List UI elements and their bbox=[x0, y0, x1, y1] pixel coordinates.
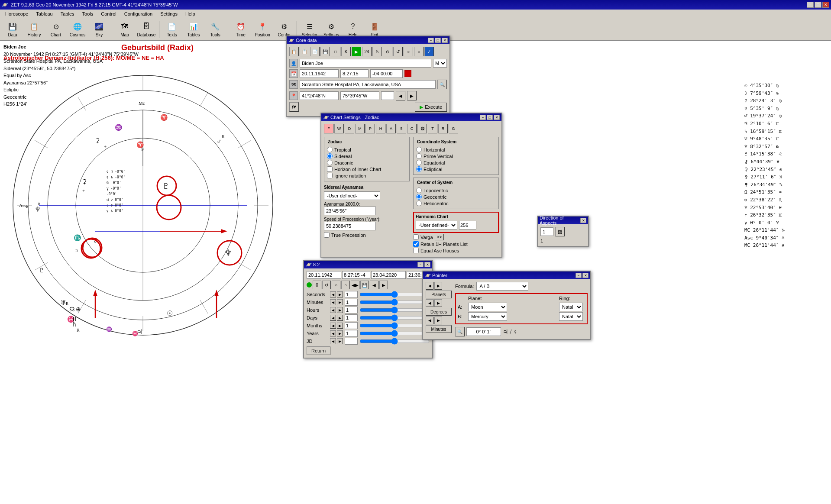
minutes-plus[interactable]: ▶ bbox=[337, 299, 343, 305]
jd-plus[interactable]: ▶ bbox=[337, 338, 343, 344]
toolbar-tools[interactable]: 🔧 Tools bbox=[205, 19, 225, 39]
toolbar-database[interactable]: 🗄 Database bbox=[136, 19, 156, 39]
menu-tables[interactable]: Tables bbox=[57, 10, 78, 17]
toolbar-time[interactable]: ⏰ Time bbox=[231, 19, 251, 39]
ayanamsa-select[interactable]: -User defined- bbox=[324, 191, 380, 200]
core-btn-6[interactable]: K bbox=[341, 47, 351, 56]
menu-configuration[interactable]: Configuration bbox=[121, 10, 156, 17]
planet-a-select[interactable]: Moon Sun Mercury Venus Mars bbox=[468, 303, 507, 311]
core-btn-3[interactable]: 📄 bbox=[310, 47, 320, 56]
geocentric-radio[interactable] bbox=[416, 194, 422, 200]
step-nav3[interactable]: ○ bbox=[341, 281, 350, 289]
pointer-nav-min-right[interactable]: ▶ bbox=[434, 317, 442, 324]
hours-slider[interactable] bbox=[359, 307, 430, 313]
topocentric-radio[interactable] bbox=[416, 187, 422, 193]
minimize-button[interactable]: − bbox=[807, 2, 814, 8]
chart-settings-maximize[interactable]: □ bbox=[487, 115, 493, 120]
core-btn-2[interactable]: 📋 bbox=[300, 47, 309, 56]
years-value[interactable] bbox=[345, 330, 358, 337]
chart-settings-minimize[interactable]: − bbox=[480, 115, 486, 120]
varga-btn[interactable]: >> bbox=[435, 234, 444, 240]
core-btn-9[interactable]: ♄ bbox=[372, 47, 382, 56]
days-plus[interactable]: ▶ bbox=[337, 315, 343, 321]
chart-settings-close[interactable]: ✕ bbox=[494, 115, 500, 120]
menu-help[interactable]: Help bbox=[182, 10, 199, 17]
toolbar-map[interactable]: 🗺 Map bbox=[115, 19, 135, 39]
years-minus[interactable]: ◀ bbox=[330, 330, 336, 336]
toolbar-sky[interactable]: 🌌 Sky bbox=[89, 19, 109, 39]
equatorial-radio[interactable] bbox=[416, 160, 422, 165]
speed-field[interactable] bbox=[324, 222, 376, 230]
toolbar-chart[interactable]: ⊙ Chart bbox=[46, 19, 66, 39]
seconds-minus[interactable]: ◀ bbox=[330, 291, 336, 297]
time1-field[interactable] bbox=[342, 271, 370, 279]
date2-field[interactable] bbox=[371, 271, 406, 279]
toolbar-tables[interactable]: 📊 Tables bbox=[184, 19, 204, 39]
step-nav2[interactable]: ○ bbox=[332, 281, 340, 289]
core-btn-13[interactable]: ○ bbox=[414, 47, 424, 56]
draconic-radio[interactable] bbox=[327, 160, 333, 165]
date-field[interactable] bbox=[300, 69, 339, 78]
planet-b-select[interactable]: Mercury Sun Moon Venus Mars bbox=[468, 312, 507, 321]
alt-field[interactable] bbox=[381, 91, 394, 100]
pointer-nav-up-right[interactable]: ▶ bbox=[434, 282, 442, 290]
years-slider[interactable] bbox=[359, 330, 430, 337]
settings-btn-h[interactable]: H bbox=[376, 124, 385, 133]
varga-checkbox[interactable] bbox=[413, 234, 419, 240]
minutes-btn[interactable]: Minutes bbox=[426, 325, 452, 333]
core-btn-11[interactable]: ↺ bbox=[393, 47, 403, 56]
degrees-btn[interactable]: Degrees bbox=[426, 308, 452, 316]
core-btn-10[interactable]: ⊙ bbox=[383, 47, 392, 56]
step-zero[interactable]: 0 bbox=[313, 281, 321, 289]
jd-slider[interactable] bbox=[359, 338, 430, 345]
ring-a-select[interactable]: Natal Transit bbox=[559, 303, 583, 311]
days-value[interactable] bbox=[345, 314, 358, 321]
core-btn-14[interactable]: Z bbox=[424, 47, 434, 56]
coords-btn2[interactable]: ▶ bbox=[407, 91, 417, 100]
step-nav6[interactable]: ◀ bbox=[370, 281, 378, 289]
direction-img-btn[interactable]: 🖼 bbox=[555, 227, 565, 236]
pointer-minimize[interactable]: − bbox=[576, 273, 582, 278]
pointer-nav-down-right[interactable]: ▶ bbox=[434, 299, 442, 307]
settings-btn-f[interactable]: F bbox=[324, 124, 333, 133]
settings-btn-c[interactable]: C bbox=[407, 124, 417, 133]
days-minus[interactable]: ◀ bbox=[330, 315, 336, 321]
toolbar-data[interactable]: 💾 Data bbox=[3, 19, 23, 39]
months-plus[interactable]: ▶ bbox=[337, 323, 343, 329]
pointer-nav-down-left[interactable]: ◀ bbox=[426, 299, 433, 307]
seconds-plus[interactable]: ▶ bbox=[337, 291, 343, 297]
minutes-slider[interactable] bbox=[359, 299, 430, 306]
menu-settings[interactable]: Settings bbox=[157, 10, 181, 17]
months-value[interactable] bbox=[345, 322, 358, 329]
pointer-close[interactable]: ✕ bbox=[582, 273, 588, 278]
toolbar-history[interactable]: 📋 History bbox=[24, 19, 44, 39]
hours-plus[interactable]: ▶ bbox=[337, 307, 343, 313]
settings-btn-5[interactable]: 5 bbox=[397, 124, 406, 133]
maximize-button[interactable]: □ bbox=[815, 2, 821, 8]
horizontal-radio[interactable] bbox=[416, 147, 422, 152]
toolbar-cosmos[interactable]: 🌐 Cosmos bbox=[68, 19, 87, 39]
pointer-titlebar[interactable]: 🪐 Pointer − ✕ bbox=[423, 271, 590, 279]
hours-minus[interactable]: ◀ bbox=[330, 307, 336, 313]
tropical-radio[interactable] bbox=[327, 147, 333, 152]
ecliptical-radio[interactable] bbox=[416, 166, 422, 172]
months-slider[interactable] bbox=[359, 322, 430, 329]
sex-select[interactable]: M F bbox=[433, 59, 447, 68]
step-nav1[interactable]: ↺ bbox=[322, 281, 331, 289]
direction-titlebar[interactable]: Direction of Aspects ✕ bbox=[538, 216, 588, 224]
pointer-nav-min-left[interactable]: ◀ bbox=[426, 317, 433, 324]
menu-tableau[interactable]: Tableau bbox=[32, 10, 56, 17]
prime-vertical-radio[interactable] bbox=[416, 153, 422, 159]
settings-btn-r[interactable]: R bbox=[438, 124, 448, 133]
degree-icon-btn[interactable]: 🔍 bbox=[455, 327, 465, 336]
harmonic-select[interactable]: -User defined- bbox=[416, 221, 457, 229]
name-field[interactable] bbox=[300, 59, 431, 68]
days-slider[interactable] bbox=[359, 314, 430, 321]
lat-field[interactable] bbox=[300, 91, 339, 100]
minutes-minus[interactable]: ◀ bbox=[330, 299, 336, 305]
step-close[interactable]: ✕ bbox=[424, 262, 430, 267]
ring-b-select[interactable]: Natal Transit bbox=[559, 312, 583, 321]
settings-btn-d[interactable]: D bbox=[345, 124, 354, 133]
step-minimize[interactable]: − bbox=[417, 262, 424, 267]
ignore-nutation-checkbox[interactable] bbox=[327, 173, 333, 178]
